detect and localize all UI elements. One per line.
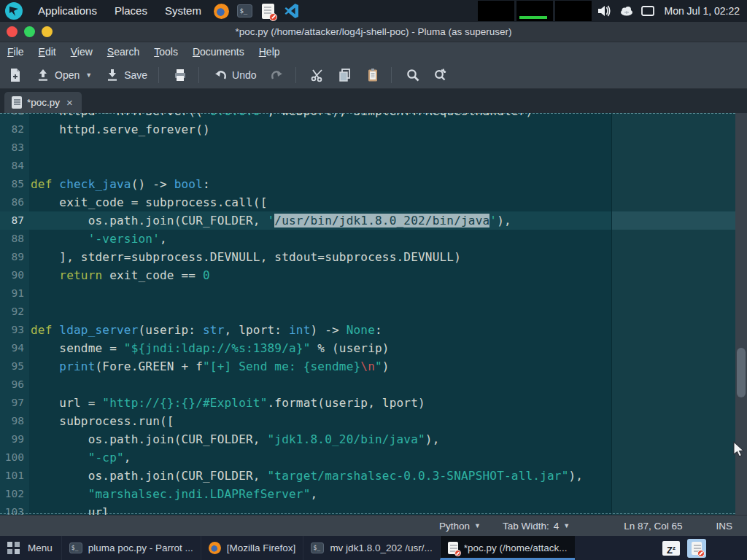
- line-number: 86: [0, 193, 29, 211]
- code-text: [29, 303, 31, 321]
- keyboard-layout-icon[interactable]: Zz: [662, 541, 680, 556]
- undo-button[interactable]: Undo: [208, 65, 261, 85]
- language-selector[interactable]: Python ▼: [435, 521, 485, 532]
- scroll-edge-indicator: [0, 513, 735, 514]
- tab-width-selector[interactable]: Tab Width: 4 ▼: [498, 521, 574, 532]
- mouse-cursor: [732, 441, 745, 459]
- menu-search[interactable]: Search: [100, 42, 147, 62]
- menu-help[interactable]: Help: [252, 42, 287, 62]
- redo-button[interactable]: [265, 65, 290, 85]
- code-text: [29, 157, 31, 175]
- menu-tools[interactable]: Tools: [147, 42, 185, 62]
- menu-view[interactable]: View: [63, 42, 100, 62]
- code-text: os.path.join(CUR_FOLDER, "jdk1.8.0_20/bi…: [29, 430, 439, 448]
- line-number: 95: [0, 357, 29, 376]
- menubar: File Edit View Search Tools Documents He…: [0, 42, 747, 62]
- tab-width-value: 4: [554, 521, 560, 532]
- new-document-button[interactable]: [3, 65, 28, 85]
- toolbar-separator: [198, 67, 199, 83]
- code-text: def check_java() -> bool:: [29, 175, 210, 193]
- save-label: Save: [124, 69, 147, 81]
- code-text: "marshalsec.jndi.LDAPRefServer",: [29, 485, 317, 503]
- start-menu-button[interactable]: Menu: [0, 536, 61, 560]
- line-number: 93: [0, 321, 29, 339]
- system-menu[interactable]: System: [156, 0, 210, 22]
- line-number: 89: [0, 248, 29, 266]
- find-button[interactable]: [400, 65, 425, 85]
- copy-button[interactable]: [333, 65, 357, 85]
- task-label: [Mozilla Firefox]: [227, 542, 296, 553]
- places-menu[interactable]: Places: [106, 0, 156, 22]
- tab-title: *poc.py: [27, 97, 60, 108]
- pluma-icon: [262, 4, 274, 19]
- applications-menu[interactable]: Applications: [29, 0, 106, 22]
- screen-icon[interactable]: [641, 6, 654, 16]
- right-margin-zone: [612, 113, 735, 515]
- panel-clock[interactable]: Mon Jul 1, 02:22: [664, 5, 740, 17]
- toolbar-separator: [295, 67, 296, 83]
- open-button[interactable]: Open ▼: [31, 65, 97, 85]
- code-text: os.path.join(CUR_FOLDER, '/usr/bin/jdk1.…: [29, 211, 511, 230]
- taskbar-item-terminal-pluma[interactable]: $_ pluma poc.py - Parrot ...: [61, 536, 201, 560]
- vscode-launcher[interactable]: [284, 3, 300, 19]
- menu-edit[interactable]: Edit: [31, 42, 63, 62]
- line-number: 94: [0, 339, 29, 357]
- code-text: exit_code = subprocess.call([: [29, 193, 267, 211]
- save-button[interactable]: Save: [100, 65, 152, 85]
- tab-width-label: Tab Width:: [503, 521, 549, 532]
- taskbar: Menu $_ pluma poc.py - Parrot ... [Mozil…: [0, 536, 747, 560]
- firefox-launcher[interactable]: [214, 3, 230, 19]
- parrot-logo-icon[interactable]: [4, 1, 23, 20]
- redo-icon: [270, 68, 285, 82]
- paste-button[interactable]: [360, 65, 385, 85]
- open-label: Open: [55, 69, 80, 81]
- taskbar-item-terminal-mv[interactable]: $_ mv jdk1.8.0_202 /usr/...: [303, 536, 439, 560]
- line-number: 84: [0, 157, 29, 175]
- terminal-launcher[interactable]: $_: [237, 3, 253, 19]
- print-icon: [173, 68, 187, 82]
- toolbar-separator: [158, 67, 159, 83]
- find-replace-icon: [433, 68, 448, 82]
- firefox-icon: [214, 4, 229, 19]
- replace-button[interactable]: [428, 65, 453, 85]
- speaker-icon[interactable]: [597, 4, 612, 18]
- code-text: [29, 284, 31, 303]
- copy-icon: [338, 68, 352, 82]
- tab-close-icon[interactable]: ×: [65, 96, 74, 109]
- cut-button[interactable]: [305, 65, 330, 85]
- language-label: Python: [439, 521, 470, 532]
- code-text: url = "http://{}:{}/#Exploit".format(use…: [29, 394, 425, 412]
- line-number: 83: [0, 139, 29, 157]
- code-text: ], stderr=subprocess.DEVNULL, stdout=sub…: [29, 248, 461, 266]
- code-text: os.path.join(CUR_FOLDER, "target/marshal…: [29, 467, 583, 485]
- top-panel: Applications Places System $_: [0, 0, 747, 22]
- code-editor[interactable]: 81 httpd = HTTPServer(('0.0.0.0', webpor…: [0, 113, 747, 515]
- task-label: pluma poc.py - Parrot ...: [88, 542, 193, 553]
- terminal-icon: $_: [237, 4, 252, 18]
- cloud-icon[interactable]: [619, 6, 634, 16]
- pluma-launcher[interactable]: [260, 3, 276, 19]
- tab-poc-py[interactable]: *poc.py ×: [4, 92, 82, 113]
- line-number: 88: [0, 230, 29, 248]
- taskbar-item-firefox[interactable]: [Mozilla Firefox]: [201, 536, 303, 560]
- menu-grid-icon: [7, 542, 20, 554]
- terminal-icon: $_: [311, 542, 324, 553]
- open-dropdown-chevron[interactable]: ▼: [85, 71, 92, 79]
- print-button[interactable]: [168, 65, 193, 85]
- pluma-icon: [448, 542, 458, 554]
- window-preview[interactable]: [516, 1, 553, 21]
- scrollbar-thumb[interactable]: [737, 348, 746, 397]
- cut-icon: [310, 68, 325, 82]
- line-number: 90: [0, 266, 29, 284]
- window-preview[interactable]: [478, 1, 514, 21]
- line-number: 87: [0, 211, 29, 230]
- active-app-indicator[interactable]: [687, 539, 706, 558]
- insert-mode-indicator[interactable]: INS: [711, 521, 737, 532]
- window-preview[interactable]: [555, 1, 592, 21]
- line-number: 97: [0, 394, 29, 412]
- taskbar-item-pluma-active[interactable]: *poc.py (/home/attack...: [440, 536, 575, 560]
- line-number: 101: [0, 467, 29, 485]
- menu-documents[interactable]: Documents: [185, 42, 252, 62]
- menu-file[interactable]: File: [0, 42, 31, 62]
- line-number: 100: [0, 448, 29, 467]
